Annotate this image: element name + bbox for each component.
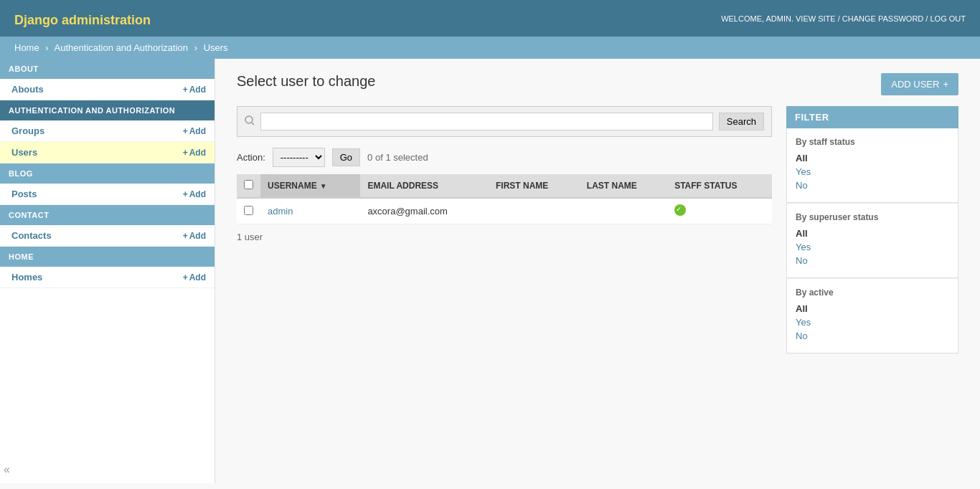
sidebar: ABOUT Abouts + Add AUTHENTICATION AND AU… (0, 59, 215, 483)
site-title[interactable]: Django administration (14, 13, 151, 27)
plus-icon: + (183, 126, 188, 136)
row-checkbox-cell[interactable] (237, 198, 260, 224)
section-header-home: HOME (0, 247, 215, 267)
results-table: USERNAME▼EMAIL ADDRESSFIRST NAMELAST NAM… (237, 174, 772, 224)
sidebar-item-homes[interactable]: Homes + Add (0, 267, 215, 288)
filter-option-all[interactable]: All (796, 228, 949, 239)
sidebar-item-contacts[interactable]: Contacts + Add (0, 225, 215, 247)
filter-option-yes[interactable]: Yes (796, 166, 949, 177)
filter-option-no[interactable]: No (796, 331, 949, 341)
filter-section-2: By activeAllYesNo (786, 278, 958, 353)
logout-link[interactable]: LOG OUT (930, 14, 966, 23)
model-link-contacts[interactable]: Contacts (11, 230, 52, 241)
breadcrumb-sep-2: › (194, 42, 197, 53)
breadcrumb: Home › Authentication and Authorization … (0, 37, 980, 59)
svg-line-1 (252, 123, 254, 125)
add-link-users[interactable]: + Add (183, 148, 206, 158)
action-bar: Action: --------- Go 0 of 1 selected (237, 148, 772, 167)
add-user-button[interactable]: ADD USER + (881, 73, 958, 95)
add-link-contacts[interactable]: + Add (183, 231, 206, 241)
select-all-col[interactable] (237, 174, 260, 198)
page-title: Select user to change (237, 73, 375, 90)
col-staff_status[interactable]: STAFF STATUS (667, 174, 772, 198)
sidebar-item-posts[interactable]: Posts + Add (0, 184, 215, 205)
section-header-authentication: AUTHENTICATION AND AUTHORIZATION (0, 100, 215, 120)
col-last_name[interactable]: LAST NAME (580, 174, 667, 198)
welcome-text: WELCOME, ADMIN. (721, 14, 793, 23)
model-link-posts[interactable]: Posts (11, 189, 37, 199)
search-button[interactable]: Search (719, 113, 764, 130)
search-input[interactable] (260, 113, 713, 130)
col-email[interactable]: EMAIL ADDRESS (360, 174, 489, 198)
change-password-link[interactable]: CHANGE PASSWORD (842, 14, 923, 23)
collapse-icon[interactable]: « (4, 463, 10, 476)
section-header-blog: BLOG (0, 163, 215, 184)
selected-count: 0 of 1 selected (367, 152, 428, 163)
view-site-link[interactable]: VIEW SITE (796, 14, 836, 23)
model-link-homes[interactable]: Homes (11, 272, 42, 283)
username-cell: admin (260, 198, 360, 224)
go-button[interactable]: Go (332, 148, 360, 166)
sort-arrow: ▼ (320, 182, 327, 190)
user-tools: WELCOME, ADMIN. VIEW SITE / CHANGE PASSW… (721, 14, 966, 23)
filter-option-yes[interactable]: Yes (796, 242, 949, 252)
select-all-checkbox[interactable] (244, 180, 253, 189)
filter-section-title: By active (796, 288, 949, 298)
last-name-cell (580, 198, 667, 224)
add-link-abouts[interactable]: + Add (183, 85, 206, 95)
search-bar: Search (237, 106, 772, 137)
add-link-groups[interactable]: + Add (183, 126, 206, 136)
filter-option-all[interactable]: All (796, 303, 949, 314)
plus-icon: + (183, 231, 188, 241)
svg-point-0 (245, 116, 253, 123)
header-row: USERNAME▼EMAIL ADDRESSFIRST NAMELAST NAM… (237, 174, 772, 198)
section-header-about: ABOUT (0, 59, 215, 79)
filter-panel: FILTER By staff statusAllYesNoBy superus… (786, 106, 958, 353)
add-link-posts[interactable]: + Add (183, 189, 206, 199)
results-area: Search Action: --------- Go 0 of 1 selec… (237, 106, 772, 353)
filter-header: FILTER (786, 106, 958, 128)
search-icon (245, 115, 255, 128)
filter-option-yes[interactable]: Yes (796, 317, 949, 328)
sidebar-item-users[interactable]: Users + Add (0, 142, 215, 163)
staff-status-icon (674, 204, 686, 216)
section-header-contact: CONTACT (0, 205, 215, 225)
content-header: Select user to change ADD USER + (237, 73, 958, 95)
filter-section-title: By superuser status (796, 212, 949, 222)
breadcrumb-current: Users (204, 42, 228, 53)
sidebar-item-abouts[interactable]: Abouts + Add (0, 79, 215, 100)
model-link-groups[interactable]: Groups (11, 125, 44, 136)
col-username[interactable]: USERNAME▼ (260, 174, 360, 198)
row-count: 1 user (237, 232, 772, 242)
action-label: Action: (237, 152, 265, 163)
action-select[interactable]: --------- (273, 148, 325, 167)
model-link-users[interactable]: Users (11, 147, 37, 158)
content-main: Search Action: --------- Go 0 of 1 selec… (237, 106, 958, 353)
row-checkbox[interactable] (244, 206, 253, 215)
model-link-abouts[interactable]: Abouts (11, 84, 44, 95)
content-area: Select user to change ADD USER + S (215, 59, 980, 483)
plus-icon: + (943, 79, 948, 90)
plus-icon: + (183, 189, 188, 199)
staff-status-cell (667, 198, 772, 224)
add-user-label: ADD USER (891, 79, 939, 90)
filter-section-0: By staff statusAllYesNo (786, 128, 958, 203)
breadcrumb-auth[interactable]: Authentication and Authorization (55, 42, 188, 53)
add-link-homes[interactable]: + Add (183, 272, 206, 283)
header: Django administration WELCOME, ADMIN. VI… (0, 0, 980, 37)
filter-sections: By staff statusAllYesNoBy superuser stat… (786, 128, 958, 353)
filter-section-1: By superuser statusAllYesNo (786, 203, 958, 278)
sidebar-item-groups[interactable]: Groups + Add (0, 120, 215, 142)
first-name-cell (489, 198, 580, 224)
table-row: adminaxcora@gmail.com (237, 198, 772, 224)
filter-option-all[interactable]: All (796, 153, 949, 163)
username-link[interactable]: admin (268, 206, 293, 217)
breadcrumb-sep-1: › (45, 42, 48, 53)
table-header: USERNAME▼EMAIL ADDRESSFIRST NAMELAST NAM… (237, 174, 772, 198)
filter-option-no[interactable]: No (796, 255, 949, 266)
filter-option-no[interactable]: No (796, 180, 949, 191)
breadcrumb-home[interactable]: Home (14, 42, 39, 53)
plus-icon: + (183, 272, 188, 283)
col-first_name[interactable]: FIRST NAME (489, 174, 580, 198)
main-container: ABOUT Abouts + Add AUTHENTICATION AND AU… (0, 59, 980, 483)
